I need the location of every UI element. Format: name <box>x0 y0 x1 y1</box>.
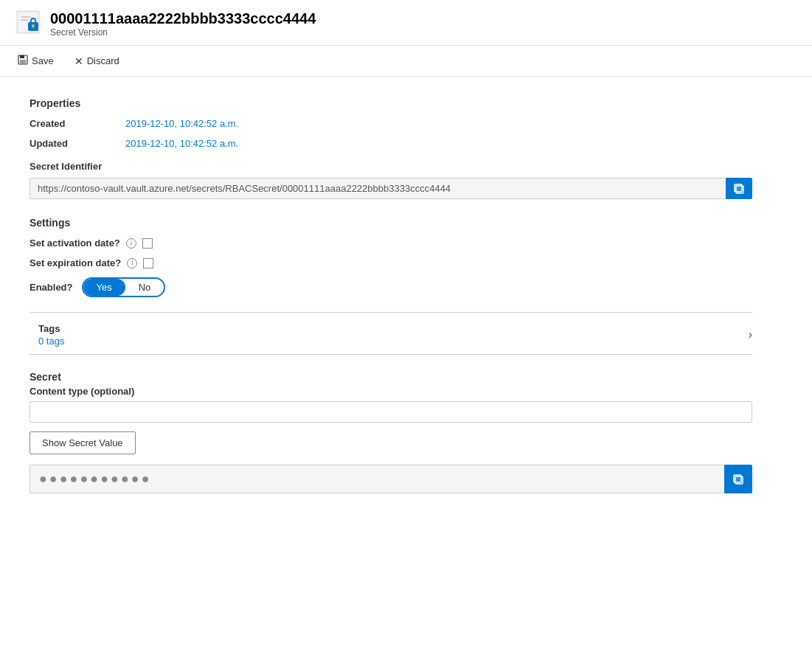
toggle-no-button[interactable]: No <box>125 279 164 296</box>
tags-section[interactable]: Tags 0 tags › <box>30 313 752 355</box>
main-content: Properties Created 2019-12-10, 10:42:52 … <box>0 77 782 523</box>
svg-rect-6 <box>32 26 34 28</box>
save-icon <box>18 55 28 67</box>
save-label: Save <box>32 55 54 66</box>
tags-title: Tags <box>38 323 64 334</box>
created-label: Created <box>30 118 125 129</box>
settings-section: Settings Set activation date? i Set expi… <box>30 217 752 297</box>
secret-section: Secret Content type (optional) Show Secr… <box>30 371 752 493</box>
secret-value-row: ●●●●●●●●●●● <box>30 465 752 493</box>
secret-dots: ●●●●●●●●●●● <box>30 465 724 493</box>
enabled-label: Enabled? <box>30 282 73 293</box>
content-type-input[interactable] <box>30 401 752 423</box>
tags-left: Tags 0 tags <box>38 323 64 347</box>
enabled-row: Enabled? Yes No <box>30 277 752 297</box>
page-title: 00001111aaaa2222bbbb3333cccc4444 <box>50 10 316 27</box>
secret-identifier-label: Secret Identifier <box>30 161 752 172</box>
svg-rect-11 <box>735 184 742 192</box>
discard-button[interactable]: ✕ Discard <box>72 52 122 70</box>
svg-rect-13 <box>734 475 741 482</box>
secret-section-title: Secret <box>30 371 752 383</box>
activation-date-row: Set activation date? i <box>30 237 752 249</box>
content-type-label: Content type (optional) <box>30 386 752 397</box>
properties-section-title: Properties <box>30 97 752 109</box>
page-subtitle: Secret Version <box>50 27 316 38</box>
secret-identifier-input[interactable] <box>30 178 726 199</box>
settings-section-title: Settings <box>30 217 752 229</box>
page-header: 00001111aaaa2222bbbb3333cccc4444 Secret … <box>0 0 812 46</box>
tags-chevron-icon: › <box>749 328 752 341</box>
secret-copy-icon <box>732 474 744 485</box>
activation-date-checkbox[interactable] <box>142 238 153 249</box>
svg-rect-9 <box>20 60 26 63</box>
toggle-yes-button[interactable]: Yes <box>83 279 125 296</box>
activation-info-icon[interactable]: i <box>126 238 136 249</box>
discard-icon: ✕ <box>74 55 83 67</box>
expiration-date-row: Set expiration date? i <box>30 257 752 268</box>
updated-label: Updated <box>30 138 125 149</box>
discard-label: Discard <box>87 55 119 66</box>
expiration-date-label: Set expiration date? <box>30 257 121 268</box>
updated-row: Updated 2019-12-10, 10:42:52 a.m. <box>30 138 752 149</box>
header-text: 00001111aaaa2222bbbb3333cccc4444 Secret … <box>50 10 316 38</box>
copy-icon <box>733 183 745 195</box>
toolbar: Save ✕ Discard <box>0 46 812 77</box>
svg-rect-3 <box>21 19 28 21</box>
secret-identifier-copy-button[interactable] <box>726 178 752 199</box>
expiration-date-checkbox[interactable] <box>143 258 153 268</box>
show-secret-button[interactable]: Show Secret Value <box>30 431 136 454</box>
tags-count: 0 tags <box>38 336 64 347</box>
secret-copy-button[interactable] <box>724 465 752 493</box>
updated-value: 2019-12-10, 10:42:52 a.m. <box>125 138 238 149</box>
created-value: 2019-12-10, 10:42:52 a.m. <box>125 118 238 129</box>
svg-rect-2 <box>21 16 31 18</box>
activation-date-label: Set activation date? <box>30 237 120 249</box>
created-row: Created 2019-12-10, 10:42:52 a.m. <box>30 118 752 129</box>
save-button[interactable]: Save <box>15 52 57 70</box>
expiration-info-icon[interactable]: i <box>127 258 137 268</box>
secret-identifier-field <box>30 178 752 199</box>
page-icon <box>15 9 41 38</box>
svg-rect-8 <box>20 55 24 58</box>
enabled-toggle[interactable]: Yes No <box>82 277 166 297</box>
